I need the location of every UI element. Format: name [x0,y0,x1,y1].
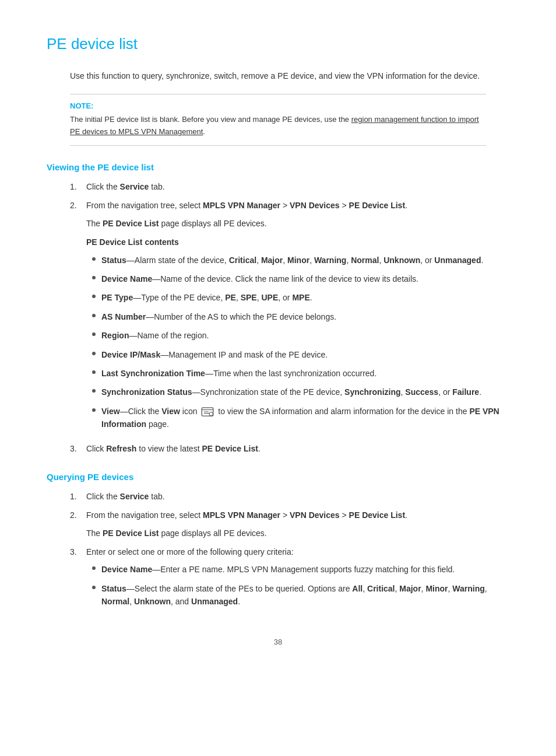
bullet-view: View—Click the View icon [92,405,509,431]
bullet-last-sync-time-text: Last Synchronization Time—Time when the … [101,367,509,380]
bullet-sync-status-text: Synchronization Status—Synchronization s… [101,386,509,398]
section-viewing: Viewing the PE device list Click the Ser… [47,162,509,456]
section-heading-querying: Querying PE devices [47,472,509,482]
bullet-pe-type-text: PE Type—Type of the PE device, PE, SPE, … [101,291,509,304]
bullet-view-text: View—Click the View icon [101,405,509,431]
viewing-step-1: Click the Service tab. [70,180,509,193]
intro-text: Use this function to query, synchronize,… [70,69,509,82]
bullet-icon-view [92,408,96,412]
svg-line-5 [213,415,213,416]
querying-step-2-content: From the navigation tree, select MPLS VP… [86,509,509,540]
bullet-icon-last-sync-time [92,370,96,374]
querying-step2-desc: The PE Device List page displays all PE … [86,527,509,540]
section-querying: Querying PE devices Click the Service ta… [47,472,509,614]
bullet-device-name: Device Name—Name of the device. Click th… [92,272,509,285]
bullet-status-text: Status—Alarm state of the device, Critic… [101,254,509,267]
step2-sub-content: The PE Device List page displays all PE … [86,217,509,431]
note-label: NOTE: [70,102,486,110]
page-number: 38 [47,638,509,646]
bullet-icon-pe-type [92,295,96,298]
viewing-step-1-content: Click the Service tab. [86,180,509,193]
service-tab-label: Service [120,182,149,191]
querying-step-1-content: Click the Service tab. [86,490,509,503]
bullet-icon-sync-status [92,389,96,393]
bullet-icon-device-name [92,276,96,279]
note-box: NOTE: The initial PE device list is blan… [70,94,486,146]
view-icon-svg [201,407,214,416]
bullet-device-ip-text: Device IP/Mask—Management IP and mask of… [101,348,509,361]
bullet-region-text: Region—Name of the region. [101,329,509,342]
page-title: PE device list [47,35,509,53]
bullet-as-number-text: AS Number—Number of the AS to which the … [101,310,509,323]
pe-device-list-bullets: Status—Alarm state of the device, Critic… [92,254,509,431]
querying-step2-sub: The PE Device List page displays all PE … [86,527,509,540]
bullet-icon-as-number [92,314,96,317]
query-bullet-device-name: Device Name—Enter a PE name. MPLS VPN Ma… [92,563,509,576]
querying-step-2: From the navigation tree, select MPLS VP… [70,509,509,540]
pe-device-list-label: PE Device List [349,201,406,210]
bullet-last-sync-time: Last Synchronization Time—Time when the … [92,367,509,380]
bullet-device-ip: Device IP/Mask—Management IP and mask of… [92,348,509,361]
querying-step3-sub: Device Name—Enter a PE name. MPLS VPN Ma… [86,563,509,608]
bullet-icon-device-ip [92,352,96,355]
pe-device-list-desc: The PE Device List page displays all PE … [86,217,509,230]
mpls-vpn-manager-label: MPLS VPN Manager [203,201,280,210]
query-bullet-icon-device-name [92,566,96,570]
viewing-steps-list: Click the Service tab. From the navigati… [70,180,509,456]
viewing-step-2-content: From the navigation tree, select MPLS VP… [86,199,509,436]
viewing-step-3: Click Refresh to view the latest PE Devi… [70,442,509,455]
vpn-devices-label: VPN Devices [290,201,340,210]
bullet-icon-status [92,257,96,261]
query-bullet-status: Status—Select the alarm state of the PEs… [92,582,509,608]
view-icon [201,407,214,416]
bullet-as-number: AS Number—Number of the AS to which the … [92,310,509,323]
viewing-step-3-content: Click Refresh to view the latest PE Devi… [86,442,509,455]
bullet-icon-region [92,332,96,336]
query-criteria-bullets: Device Name—Enter a PE name. MPLS VPN Ma… [92,563,509,608]
viewing-step-2: From the navigation tree, select MPLS VP… [70,199,509,436]
note-text: The initial PE device list is blank. Bef… [70,114,486,138]
page-container: PE device list Use this function to quer… [0,0,556,681]
bullet-status: Status—Alarm state of the device, Critic… [92,254,509,267]
query-bullet-status-text: Status—Select the alarm state of the PEs… [101,582,509,608]
bullet-sync-status: Synchronization Status—Synchronization s… [92,386,509,398]
querying-steps-list: Click the Service tab. From the navigati… [70,490,509,614]
pe-device-list-contents-heading: PE Device List contents [86,236,509,249]
section-heading-viewing: Viewing the PE device list [47,162,509,172]
querying-step-3: Enter or select one or more of the follo… [70,545,509,614]
bullet-region: Region—Name of the region. [92,329,509,342]
query-bullet-device-name-text: Device Name—Enter a PE name. MPLS VPN Ma… [101,563,509,576]
svg-point-4 [209,412,213,415]
query-bullet-icon-status [92,586,96,589]
bullet-pe-type: PE Type—Type of the PE device, PE, SPE, … [92,291,509,304]
querying-step-3-content: Enter or select one or more of the follo… [86,545,509,614]
bullet-device-name-text: Device Name—Name of the device. Click th… [101,272,509,285]
querying-step-1: Click the Service tab. [70,490,509,503]
